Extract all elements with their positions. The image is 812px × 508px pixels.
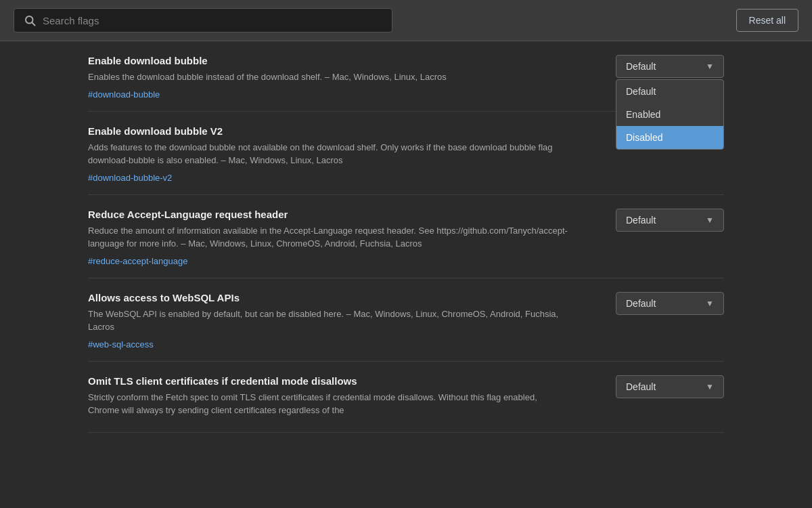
search-icon: [24, 14, 36, 26]
svg-point-0: [26, 16, 33, 24]
reset-all-button[interactable]: Reset all: [736, 9, 798, 32]
dropdown-value: Default: [626, 61, 656, 72]
flag-title-highlighted: Enable download bubble: [88, 55, 208, 66]
flag-description: Enables the download bubble instead of t…: [88, 70, 568, 84]
flag-title: Omit TLS client certificates if credenti…: [88, 375, 568, 387]
dropdown-option[interactable]: Default: [616, 80, 723, 103]
flag-item: Omit TLS client certificates if credenti…: [88, 362, 724, 433]
flag-text: Enable download bubbleEnables the downlo…: [88, 55, 568, 100]
flag-description: The WebSQL API is enabled by default, bu…: [88, 308, 568, 334]
flag-dropdown-button[interactable]: Default▼: [616, 375, 724, 398]
flags-list: Enable download bubbleEnables the downlo…: [0, 41, 812, 460]
dropdown-menu: DefaultEnabledDisabled: [616, 79, 724, 150]
flag-text: Omit TLS client certificates if credenti…: [88, 375, 568, 421]
svg-line-1: [32, 23, 35, 26]
chevron-down-icon: ▼: [706, 299, 714, 308]
flag-control: Default▼: [616, 375, 724, 398]
flag-text: Allows access to WebSQL APIsThe WebSQL A…: [88, 292, 568, 350]
search-container: [14, 8, 392, 33]
flag-item: Reduce Accept-Language request headerRed…: [88, 195, 724, 278]
flag-control: Default▼: [616, 292, 724, 315]
flag-anchor-link[interactable]: #reduce-accept-language: [88, 256, 187, 266]
flag-title: Enable download bubble V2: [88, 125, 568, 137]
chevron-down-icon: ▼: [706, 62, 714, 71]
flag-dropdown-button[interactable]: Default▼: [616, 292, 724, 315]
header-bar: Reset all: [0, 0, 812, 41]
flag-text: Reduce Accept-Language request headerRed…: [88, 209, 568, 267]
chevron-down-icon: ▼: [706, 215, 714, 225]
chevron-down-icon: ▼: [706, 382, 714, 391]
flag-description: Reduce the amount of information availab…: [88, 224, 568, 251]
flag-item: Enable download bubbleEnables the downlo…: [88, 41, 724, 112]
flag-description: Adds features to the download bubble not…: [88, 141, 568, 167]
dropdown-option[interactable]: Enabled: [616, 103, 723, 126]
dropdown-value: Default: [626, 381, 656, 392]
search-input[interactable]: [43, 15, 382, 26]
flag-item: Allows access to WebSQL APIsThe WebSQL A…: [88, 278, 724, 362]
flag-anchor-link[interactable]: #download-bubble: [88, 89, 160, 100]
dropdown-value: Default: [626, 215, 656, 226]
dropdown-option[interactable]: Disabled: [616, 126, 723, 149]
flag-anchor-link[interactable]: #web-sql-access: [88, 339, 154, 350]
dropdown-value: Default: [626, 298, 656, 309]
flag-description: Strictly conform the Fetch spec to omit …: [88, 391, 568, 417]
flag-title: Enable download bubble: [88, 55, 568, 66]
flag-anchor-link[interactable]: #download-bubble-v2: [88, 173, 172, 183]
flag-dropdown-button[interactable]: Default▼: [616, 55, 724, 78]
flag-title: Allows access to WebSQL APIs: [88, 292, 568, 303]
flag-control: Default▼: [616, 209, 724, 232]
flag-title: Reduce Accept-Language request header: [88, 209, 568, 220]
flag-dropdown-button[interactable]: Default▼: [616, 209, 724, 232]
flag-control: Default▼DefaultEnabledDisabled: [616, 55, 724, 78]
flag-text: Enable download bubble V2Adds features t…: [88, 125, 568, 184]
